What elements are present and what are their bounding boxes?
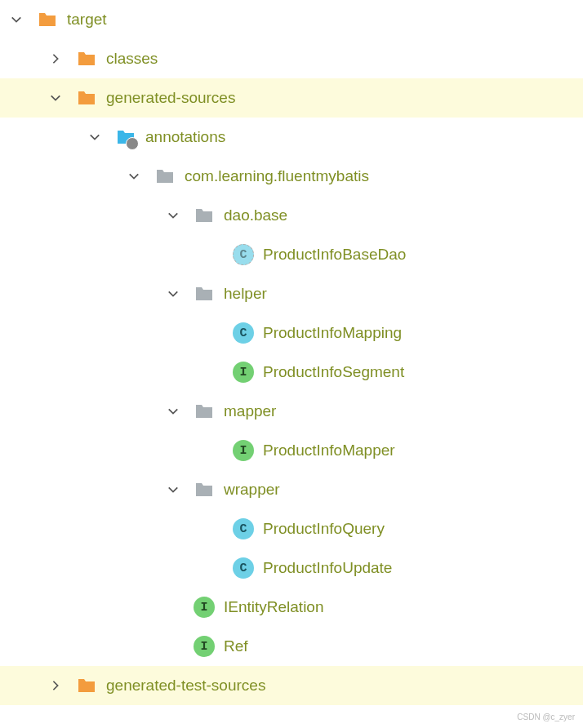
tree-node-product-info-update[interactable]: C ProductInfoUpdate	[0, 548, 583, 588]
node-label: wrapper	[224, 481, 280, 499]
interface-icon: I	[232, 361, 255, 384]
interface-icon: I	[193, 635, 216, 658]
tree-node-wrapper[interactable]: wrapper	[0, 470, 583, 509]
node-label: ProductInfoMapping	[263, 324, 402, 342]
node-label: dao.base	[224, 206, 287, 224]
tree-node-ref[interactable]: I Ref	[0, 627, 583, 666]
node-label: ProductInfoMapper	[263, 442, 395, 459]
tree-node-dao-base[interactable]: dao.base	[0, 196, 583, 235]
tree-node-ientity-relation[interactable]: I IEntityRelation	[0, 588, 583, 627]
abstract-class-icon: C	[232, 243, 255, 266]
tree-node-product-info-mapping[interactable]: C ProductInfoMapping	[0, 313, 583, 353]
node-label: Ref	[224, 637, 248, 655]
tree-node-helper[interactable]: helper	[0, 274, 583, 313]
generated-folder-icon	[114, 126, 137, 149]
node-label: generated-test-sources	[106, 677, 265, 695]
tree-node-product-info-base-dao[interactable]: C ProductInfoBaseDao	[0, 235, 583, 274]
node-label: com.learning.fluentmybatis	[185, 167, 369, 185]
chevron-right-icon[interactable]	[46, 49, 65, 69]
tree-node-package-root[interactable]: com.learning.fluentmybatis	[0, 157, 583, 196]
class-icon: C	[232, 517, 255, 540]
node-label: helper	[224, 285, 267, 303]
tree-node-mapper[interactable]: mapper	[0, 392, 583, 431]
chevron-down-icon[interactable]	[124, 166, 144, 186]
folder-icon	[36, 8, 59, 31]
package-icon	[193, 400, 216, 423]
folder-icon	[75, 47, 98, 70]
node-label: ProductInfoQuery	[263, 520, 385, 538]
node-label: ProductInfoSegment	[263, 363, 404, 381]
interface-icon: I	[232, 439, 255, 462]
node-label: mapper	[224, 402, 276, 420]
node-label: generated-sources	[106, 89, 235, 107]
chevron-down-icon[interactable]	[163, 480, 183, 499]
node-label: classes	[106, 50, 158, 68]
node-label: target	[67, 11, 107, 29]
tree-node-target[interactable]: target	[0, 0, 583, 39]
chevron-right-icon[interactable]	[46, 676, 65, 695]
tree-node-classes[interactable]: classes	[0, 39, 583, 78]
chevron-down-icon[interactable]	[163, 284, 183, 304]
chevron-down-icon[interactable]	[163, 402, 183, 421]
class-icon: C	[232, 322, 255, 344]
class-icon: C	[232, 557, 255, 579]
chevron-down-icon[interactable]	[46, 88, 65, 108]
chevron-down-icon[interactable]	[7, 10, 26, 29]
package-icon	[193, 204, 216, 227]
interface-icon: I	[193, 596, 216, 619]
tree-node-product-info-mapper[interactable]: I ProductInfoMapper	[0, 431, 583, 470]
chevron-down-icon[interactable]	[163, 206, 183, 225]
node-label: annotations	[145, 128, 225, 146]
package-icon	[193, 478, 216, 501]
node-label: IEntityRelation	[224, 598, 324, 616]
tree-node-product-info-segment[interactable]: I ProductInfoSegment	[0, 353, 583, 392]
tree-node-generated-sources[interactable]: generated-sources	[0, 78, 583, 118]
folder-icon	[75, 87, 98, 109]
node-label: ProductInfoBaseDao	[263, 246, 406, 264]
node-label: ProductInfoUpdate	[263, 559, 392, 577]
chevron-down-icon[interactable]	[85, 127, 105, 147]
tree-node-generated-test-sources[interactable]: generated-test-sources	[0, 666, 583, 705]
package-icon	[193, 282, 216, 305]
folder-icon	[75, 674, 98, 697]
tree-node-annotations[interactable]: annotations	[0, 118, 583, 157]
package-icon	[154, 165, 176, 188]
tree-node-product-info-query[interactable]: C ProductInfoQuery	[0, 509, 583, 548]
